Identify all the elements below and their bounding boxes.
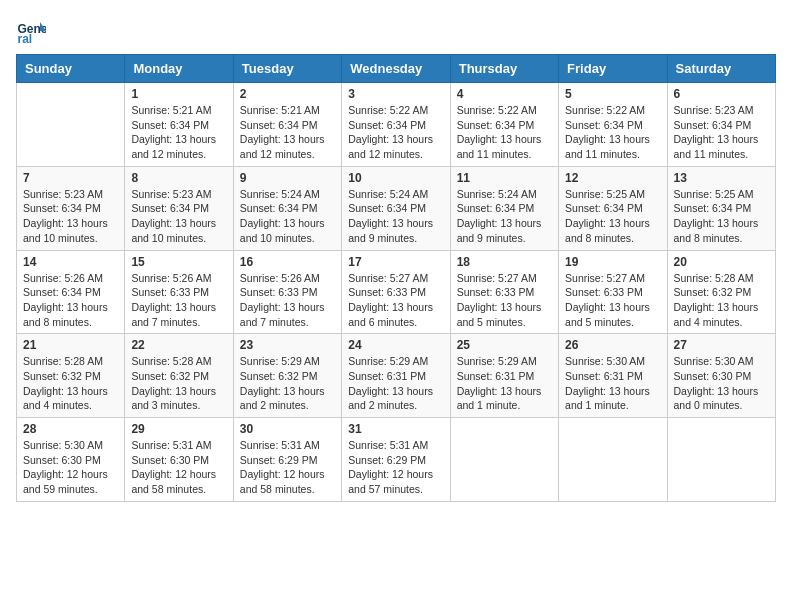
day-info: Sunrise: 5:26 AM Sunset: 6:33 PM Dayligh… [131, 271, 226, 330]
calendar-cell: 30Sunrise: 5:31 AM Sunset: 6:29 PM Dayli… [233, 418, 341, 502]
weekday-header-wednesday: Wednesday [342, 55, 450, 83]
calendar-cell: 26Sunrise: 5:30 AM Sunset: 6:31 PM Dayli… [559, 334, 667, 418]
day-info: Sunrise: 5:31 AM Sunset: 6:30 PM Dayligh… [131, 438, 226, 497]
day-number: 21 [23, 338, 118, 352]
calendar-cell [450, 418, 558, 502]
svg-text:ral: ral [18, 32, 33, 46]
day-number: 11 [457, 171, 552, 185]
day-info: Sunrise: 5:23 AM Sunset: 6:34 PM Dayligh… [23, 187, 118, 246]
weekday-header-sunday: Sunday [17, 55, 125, 83]
day-number: 17 [348, 255, 443, 269]
weekday-header-tuesday: Tuesday [233, 55, 341, 83]
day-info: Sunrise: 5:28 AM Sunset: 6:32 PM Dayligh… [23, 354, 118, 413]
calendar-cell [17, 83, 125, 167]
day-info: Sunrise: 5:21 AM Sunset: 6:34 PM Dayligh… [240, 103, 335, 162]
calendar-week-1: 1Sunrise: 5:21 AM Sunset: 6:34 PM Daylig… [17, 83, 776, 167]
day-info: Sunrise: 5:22 AM Sunset: 6:34 PM Dayligh… [348, 103, 443, 162]
day-info: Sunrise: 5:29 AM Sunset: 6:31 PM Dayligh… [457, 354, 552, 413]
calendar-cell: 14Sunrise: 5:26 AM Sunset: 6:34 PM Dayli… [17, 250, 125, 334]
calendar-cell: 2Sunrise: 5:21 AM Sunset: 6:34 PM Daylig… [233, 83, 341, 167]
day-number: 10 [348, 171, 443, 185]
calendar-cell: 5Sunrise: 5:22 AM Sunset: 6:34 PM Daylig… [559, 83, 667, 167]
calendar-cell: 7Sunrise: 5:23 AM Sunset: 6:34 PM Daylig… [17, 166, 125, 250]
calendar-cell: 23Sunrise: 5:29 AM Sunset: 6:32 PM Dayli… [233, 334, 341, 418]
day-number: 30 [240, 422, 335, 436]
calendar-cell: 9Sunrise: 5:24 AM Sunset: 6:34 PM Daylig… [233, 166, 341, 250]
day-number: 19 [565, 255, 660, 269]
day-number: 8 [131, 171, 226, 185]
calendar-cell: 3Sunrise: 5:22 AM Sunset: 6:34 PM Daylig… [342, 83, 450, 167]
calendar-cell: 19Sunrise: 5:27 AM Sunset: 6:33 PM Dayli… [559, 250, 667, 334]
day-number: 12 [565, 171, 660, 185]
day-number: 24 [348, 338, 443, 352]
calendar-cell: 22Sunrise: 5:28 AM Sunset: 6:32 PM Dayli… [125, 334, 233, 418]
day-info: Sunrise: 5:31 AM Sunset: 6:29 PM Dayligh… [240, 438, 335, 497]
day-info: Sunrise: 5:25 AM Sunset: 6:34 PM Dayligh… [565, 187, 660, 246]
calendar-cell [559, 418, 667, 502]
day-number: 25 [457, 338, 552, 352]
calendar-cell: 27Sunrise: 5:30 AM Sunset: 6:30 PM Dayli… [667, 334, 775, 418]
day-number: 1 [131, 87, 226, 101]
day-number: 3 [348, 87, 443, 101]
day-info: Sunrise: 5:31 AM Sunset: 6:29 PM Dayligh… [348, 438, 443, 497]
day-info: Sunrise: 5:21 AM Sunset: 6:34 PM Dayligh… [131, 103, 226, 162]
weekday-header-row: SundayMondayTuesdayWednesdayThursdayFrid… [17, 55, 776, 83]
calendar-week-3: 14Sunrise: 5:26 AM Sunset: 6:34 PM Dayli… [17, 250, 776, 334]
day-info: Sunrise: 5:29 AM Sunset: 6:31 PM Dayligh… [348, 354, 443, 413]
day-info: Sunrise: 5:27 AM Sunset: 6:33 PM Dayligh… [348, 271, 443, 330]
day-number: 2 [240, 87, 335, 101]
day-number: 7 [23, 171, 118, 185]
day-number: 14 [23, 255, 118, 269]
day-info: Sunrise: 5:29 AM Sunset: 6:32 PM Dayligh… [240, 354, 335, 413]
day-number: 16 [240, 255, 335, 269]
day-info: Sunrise: 5:30 AM Sunset: 6:30 PM Dayligh… [674, 354, 769, 413]
day-info: Sunrise: 5:24 AM Sunset: 6:34 PM Dayligh… [457, 187, 552, 246]
weekday-header-friday: Friday [559, 55, 667, 83]
logo: Gene ral [16, 16, 50, 46]
calendar-cell: 21Sunrise: 5:28 AM Sunset: 6:32 PM Dayli… [17, 334, 125, 418]
calendar-week-2: 7Sunrise: 5:23 AM Sunset: 6:34 PM Daylig… [17, 166, 776, 250]
calendar-week-4: 21Sunrise: 5:28 AM Sunset: 6:32 PM Dayli… [17, 334, 776, 418]
day-number: 15 [131, 255, 226, 269]
day-info: Sunrise: 5:26 AM Sunset: 6:34 PM Dayligh… [23, 271, 118, 330]
page-header: Gene ral [16, 16, 776, 46]
calendar-cell: 31Sunrise: 5:31 AM Sunset: 6:29 PM Dayli… [342, 418, 450, 502]
day-number: 20 [674, 255, 769, 269]
day-number: 28 [23, 422, 118, 436]
day-info: Sunrise: 5:22 AM Sunset: 6:34 PM Dayligh… [565, 103, 660, 162]
day-number: 9 [240, 171, 335, 185]
logo-icon: Gene ral [16, 16, 46, 46]
day-info: Sunrise: 5:30 AM Sunset: 6:30 PM Dayligh… [23, 438, 118, 497]
day-info: Sunrise: 5:22 AM Sunset: 6:34 PM Dayligh… [457, 103, 552, 162]
calendar-cell: 11Sunrise: 5:24 AM Sunset: 6:34 PM Dayli… [450, 166, 558, 250]
calendar-week-5: 28Sunrise: 5:30 AM Sunset: 6:30 PM Dayli… [17, 418, 776, 502]
day-info: Sunrise: 5:23 AM Sunset: 6:34 PM Dayligh… [131, 187, 226, 246]
calendar-table: SundayMondayTuesdayWednesdayThursdayFrid… [16, 54, 776, 502]
day-info: Sunrise: 5:25 AM Sunset: 6:34 PM Dayligh… [674, 187, 769, 246]
day-number: 29 [131, 422, 226, 436]
day-info: Sunrise: 5:27 AM Sunset: 6:33 PM Dayligh… [565, 271, 660, 330]
calendar-cell: 13Sunrise: 5:25 AM Sunset: 6:34 PM Dayli… [667, 166, 775, 250]
day-number: 23 [240, 338, 335, 352]
day-number: 5 [565, 87, 660, 101]
calendar-cell [667, 418, 775, 502]
day-number: 4 [457, 87, 552, 101]
calendar-cell: 17Sunrise: 5:27 AM Sunset: 6:33 PM Dayli… [342, 250, 450, 334]
day-info: Sunrise: 5:28 AM Sunset: 6:32 PM Dayligh… [674, 271, 769, 330]
weekday-header-saturday: Saturday [667, 55, 775, 83]
weekday-header-thursday: Thursday [450, 55, 558, 83]
day-number: 27 [674, 338, 769, 352]
calendar-cell: 1Sunrise: 5:21 AM Sunset: 6:34 PM Daylig… [125, 83, 233, 167]
day-info: Sunrise: 5:28 AM Sunset: 6:32 PM Dayligh… [131, 354, 226, 413]
calendar-cell: 16Sunrise: 5:26 AM Sunset: 6:33 PM Dayli… [233, 250, 341, 334]
calendar-cell: 10Sunrise: 5:24 AM Sunset: 6:34 PM Dayli… [342, 166, 450, 250]
calendar-cell: 29Sunrise: 5:31 AM Sunset: 6:30 PM Dayli… [125, 418, 233, 502]
day-info: Sunrise: 5:23 AM Sunset: 6:34 PM Dayligh… [674, 103, 769, 162]
calendar-cell: 24Sunrise: 5:29 AM Sunset: 6:31 PM Dayli… [342, 334, 450, 418]
calendar-cell: 28Sunrise: 5:30 AM Sunset: 6:30 PM Dayli… [17, 418, 125, 502]
day-info: Sunrise: 5:24 AM Sunset: 6:34 PM Dayligh… [240, 187, 335, 246]
day-number: 18 [457, 255, 552, 269]
day-number: 22 [131, 338, 226, 352]
day-number: 13 [674, 171, 769, 185]
calendar-cell: 18Sunrise: 5:27 AM Sunset: 6:33 PM Dayli… [450, 250, 558, 334]
